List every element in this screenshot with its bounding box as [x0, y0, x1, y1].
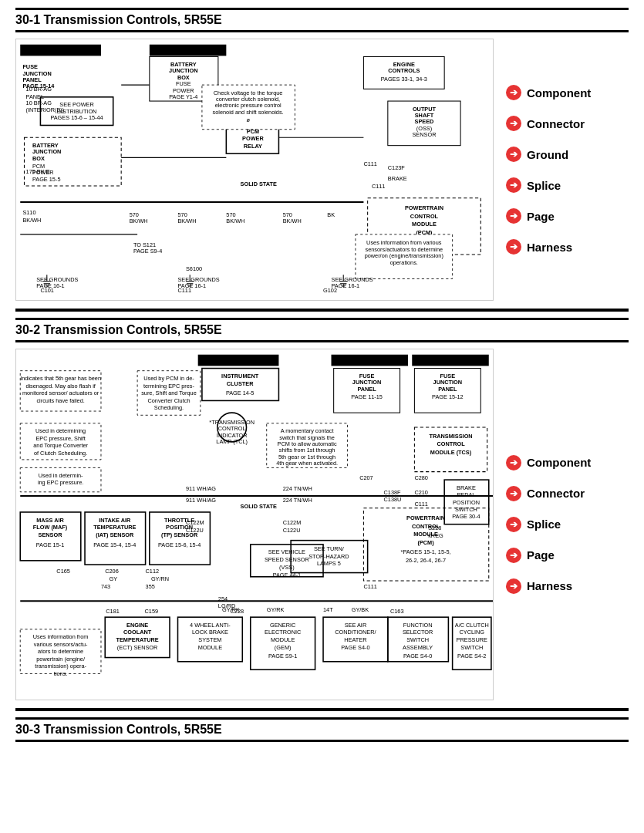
svg-text:➔: ➔ — [510, 488, 518, 499]
svg-text:S6100: S6100 — [186, 265, 202, 272]
svg-text:14T: 14T — [323, 606, 333, 613]
section-30-2-title: 30-2 Transmission Controls, 5R55E — [15, 323, 222, 336]
diagram-svg-30-2: NOT IN START OR RUN NOT IN START OR RUN … — [16, 349, 493, 699]
svg-text:LOCK BRAKE: LOCK BRAKE — [192, 629, 228, 636]
svg-text:HEATER: HEATER — [344, 636, 366, 643]
svg-text:BRAKE: BRAKE — [388, 175, 407, 182]
svg-text:ELECTRONIC: ELECTRONIC — [265, 629, 302, 636]
svg-text:Used by PCM in de-: Used by PCM in de- — [143, 375, 194, 382]
diagram-area-30-1: NOT IN START OR RUN NOT AT SEE THREE FUS… — [15, 39, 629, 301]
svg-text:NOT IN START OR RUN: NOT IN START OR RUN — [342, 357, 396, 363]
svg-text:BK/WH: BK/WH — [283, 218, 302, 224]
splice-arrow-icon-2: ➔ — [505, 516, 522, 533]
svg-text:PAGE 15-5: PAGE 15-5 — [32, 176, 61, 183]
svg-text:POWERTRAIN: POWERTRAIN — [405, 204, 443, 211]
svg-text:GY/RK: GY/RK — [267, 606, 285, 613]
svg-text:C206: C206 — [105, 568, 119, 575]
svg-text:(IAT) SENSOR: (IAT) SENSOR — [96, 532, 134, 539]
section-30-1-header: 30-1 Transmission Controls, 5R55E — [15, 8, 629, 32]
svg-text:sure, Shift and Torque: sure, Shift and Torque — [141, 390, 197, 396]
svg-text:C210: C210 — [414, 489, 428, 496]
svg-text:PRESSURE: PRESSURE — [457, 636, 487, 643]
connector-arrow-icon-2: ➔ — [505, 485, 522, 502]
svg-text:SENSOR: SENSOR — [39, 532, 63, 539]
svg-text:CONTROLS: CONTROLS — [388, 67, 420, 74]
svg-text:LAMPS 5: LAMPS 5 — [317, 560, 341, 567]
component-label-2: Component — [527, 456, 591, 469]
svg-text:POWERTRAIN: POWERTRAIN — [406, 515, 445, 522]
svg-text:C122U: C122U — [283, 527, 301, 534]
svg-text:PAGE S9-1: PAGE S9-1 — [268, 653, 297, 659]
svg-text:224 TN/WH: 224 TN/WH — [283, 497, 312, 504]
page-label-2: Page — [527, 548, 555, 562]
svg-text:G102: G102 — [323, 287, 337, 294]
svg-text:➔: ➔ — [510, 87, 518, 98]
svg-text:C138U: C138U — [384, 497, 402, 504]
legend-item-page: ➔ Page — [505, 207, 629, 224]
svg-text:C123F: C123F — [388, 164, 406, 171]
svg-text:MODULE (TCS): MODULE (TCS) — [430, 449, 472, 456]
svg-text:C165: C165 — [56, 568, 70, 575]
splice-label-2: Splice — [527, 518, 561, 531]
svg-text:➔: ➔ — [510, 118, 518, 129]
svg-text:TEMPERATURE: TEMPERATURE — [116, 636, 159, 643]
svg-text:224 TN/WH: 224 TN/WH — [283, 485, 312, 492]
diagram-canvas-30-2: NOT IN START OR RUN NOT IN START OR RUN … — [15, 349, 494, 700]
svg-text:Used in determining: Used in determining — [35, 428, 86, 435]
svg-text:CONTROL: CONTROL — [437, 440, 465, 447]
svg-text:TRANSMISSION: TRANSMISSION — [429, 433, 472, 440]
svg-text:CYCLING: CYCLING — [459, 629, 484, 636]
svg-text:and Torque Converter: and Torque Converter — [33, 442, 88, 449]
svg-text:GY: GY — [109, 575, 117, 582]
svg-text:(VSS): (VSS) — [279, 565, 295, 572]
legend-item-harness-2: ➔ Harness — [505, 578, 629, 595]
svg-text:175 BK/E: 175 BK/E — [26, 168, 50, 175]
svg-text:(PCM): (PCM) — [417, 539, 434, 546]
svg-text:BK/WH: BK/WH — [22, 217, 41, 224]
diagram-area-30-2: NOT IN START OR RUN NOT IN START OR RUN … — [15, 349, 629, 700]
svg-text:PAGE S4-2: PAGE S4-2 — [457, 653, 486, 659]
svg-text:BK/WH: BK/WH — [226, 218, 244, 224]
svg-text:C207: C207 — [359, 474, 373, 481]
svg-text:(ECT) SENSOR: (ECT) SENSOR — [117, 644, 158, 651]
svg-text:26-2, 26-4, 26-7: 26-2, 26-4, 26-7 — [406, 557, 446, 564]
diagram-svg-30-1: NOT IN START OR RUN NOT AT SEE THREE FUS… — [16, 39, 493, 300]
svg-text:STOP-HAZARD: STOP-HAZARD — [309, 553, 349, 560]
svg-text:SWITCH: SWITCH — [406, 636, 429, 643]
svg-text:FLOW (MAF): FLOW (MAF) — [33, 524, 68, 531]
svg-text:(INTERIOR(B)): (INTERIOR(B)) — [26, 106, 65, 113]
svg-text:C111: C111 — [414, 501, 428, 508]
svg-text:➔: ➔ — [510, 211, 518, 221]
svg-text:PAGE S9-4: PAGE S9-4 — [133, 248, 162, 255]
svg-text:SOLID STATE: SOLID STATE — [241, 180, 277, 187]
svg-text:C101: C101 — [40, 287, 54, 294]
svg-text:PAGE 15-6, 15-4: PAGE 15-6, 15-4 — [158, 541, 201, 548]
svg-text:4th gear when activated.: 4th gear when activated. — [276, 460, 338, 467]
legend-item-harness: ➔ Harness — [505, 238, 629, 255]
svg-text:➔: ➔ — [510, 149, 518, 160]
svg-text:transmission) opera-: transmission) opera- — [35, 663, 86, 669]
svg-text:SELECTOR: SELECTOR — [403, 629, 433, 636]
svg-text:ASSEMBLY: ASSEMBLY — [403, 644, 433, 651]
svg-text:(GEM): (GEM) — [275, 644, 292, 651]
svg-text:POSITION: POSITION — [453, 499, 480, 506]
splice-arrow-icon: ➔ — [505, 177, 522, 194]
svg-text:kREG: kREG — [428, 533, 443, 540]
svg-text:of Clutch Scheduling.: of Clutch Scheduling. — [34, 450, 87, 457]
svg-text:C122M: C122M — [186, 519, 204, 526]
svg-text:POWER: POWER — [242, 135, 264, 142]
svg-text:911 WH/AG: 911 WH/AG — [186, 485, 216, 492]
section-30-3-header: 30-3 Transmission Controls, 5R55E — [15, 717, 629, 742]
svg-text:Uses information from: Uses information from — [33, 634, 89, 641]
section-30-2-header: 30-2 Transmission Controls, 5R55E — [15, 318, 629, 342]
svg-text:disenaged. May also flash if: disenaged. May also flash if — [25, 383, 96, 390]
svg-text:➔: ➔ — [510, 457, 518, 468]
svg-text:BOX: BOX — [32, 155, 45, 162]
svg-text:GY/RN: GY/RN — [151, 575, 169, 582]
svg-text:C138F: C138F — [384, 489, 402, 496]
svg-text:PAGES 15-6 – 15-44: PAGES 15-6 – 15-44 — [50, 114, 103, 121]
svg-text:SYSTEM: SYSTEM — [198, 636, 221, 643]
svg-text:C122M: C122M — [283, 519, 302, 526]
legend-panel-30-1: ➔ Component ➔ Connector — [494, 39, 629, 301]
svg-text:ø: ø — [246, 116, 250, 123]
